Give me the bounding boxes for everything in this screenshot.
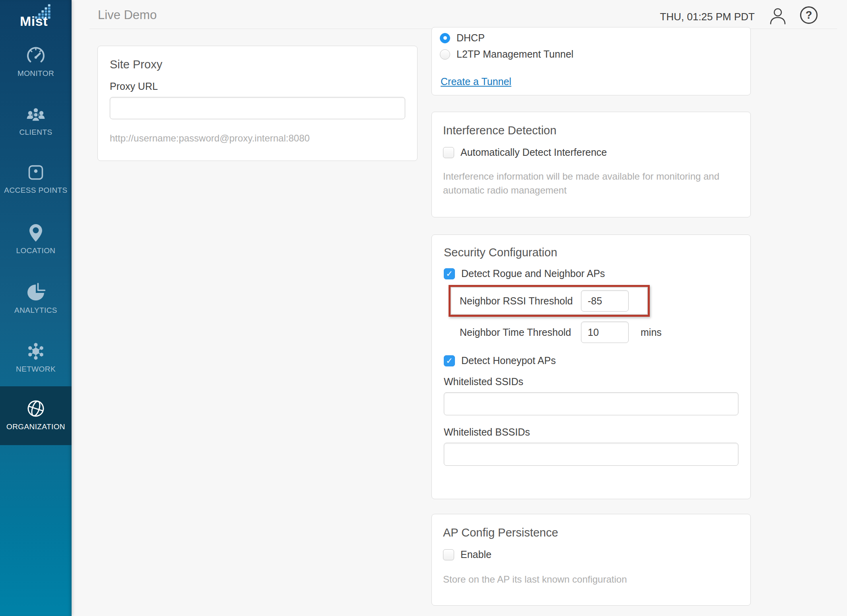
- time-threshold-unit: mins: [641, 327, 662, 338]
- whitelisted-ssids-input[interactable]: [444, 392, 738, 415]
- user-account-button[interactable]: [769, 7, 787, 25]
- l2tp-radio[interactable]: [440, 49, 450, 60]
- sidebar-item-label: NETWORK: [16, 365, 56, 374]
- detect-honeypot-row[interactable]: Detect Honeypot APs: [444, 355, 738, 366]
- proxy-url-input[interactable]: [110, 97, 405, 119]
- interference-helper: Interference information will be made av…: [443, 169, 739, 197]
- people-icon: [25, 104, 46, 125]
- auto-detect-interference-row[interactable]: Automatically Detect Interference: [443, 147, 739, 158]
- security-title: Security Configuration: [444, 246, 738, 259]
- sidebar-item-label: CLIENTS: [19, 128, 52, 137]
- sidebar-item-network[interactable]: NETWORK: [0, 341, 72, 374]
- whitelisted-ssids-label: Whitelisted SSIDs: [444, 376, 738, 387]
- management-tunnel-card: DHCP L2TP Management Tunnel Create a Tun…: [431, 27, 751, 95]
- site-proxy-card: Site Proxy Proxy URL http://username:pas…: [97, 46, 418, 161]
- sidebar-item-location[interactable]: LOCATION: [0, 223, 72, 255]
- sidebar-item-label: LOCATION: [16, 246, 56, 255]
- ap-config-persistence-card: AP Config Persistence Enable Store on th…: [431, 514, 751, 606]
- detect-rogue-checkbox[interactable]: [444, 268, 455, 279]
- ap-config-enable-row[interactable]: Enable: [443, 549, 739, 560]
- header-clock: THU, 01:25 PM PDT: [660, 11, 755, 23]
- sidebar-item-access-points[interactable]: ACCESS POINTS: [0, 162, 72, 195]
- ap-config-title: AP Config Persistence: [443, 526, 739, 539]
- dhcp-radio[interactable]: [440, 33, 450, 43]
- sidebar: Mist MONITOR: [0, 0, 72, 616]
- time-threshold-row: Neighbor Time Threshold mins: [460, 322, 738, 343]
- map-pin-icon: [25, 223, 46, 243]
- interference-title: Interference Detection: [443, 124, 739, 137]
- person-icon: [769, 7, 787, 25]
- proxy-url-helper: http://username:password@proxy.internal:…: [110, 131, 405, 145]
- interference-detection-card: Interference Detection Automatically Det…: [431, 112, 751, 217]
- ap-config-enable-checkbox[interactable]: [443, 549, 454, 560]
- dhcp-radio-label: DHCP: [457, 32, 485, 44]
- app-screen: Mist MONITOR: [0, 0, 847, 616]
- detect-honeypot-label: Detect Honeypot APs: [461, 355, 556, 366]
- access-point-icon: [25, 162, 46, 183]
- security-configuration-card: Security Configuration Detect Rogue and …: [431, 234, 751, 499]
- globe-icon: [25, 398, 46, 419]
- create-tunnel-link[interactable]: Create a Tunnel: [441, 76, 511, 87]
- time-threshold-input[interactable]: [581, 322, 629, 343]
- radio-row-l2tp[interactable]: L2TP Management Tunnel: [440, 46, 739, 62]
- whitelisted-bssids-input[interactable]: [444, 443, 738, 466]
- gauge-icon: [25, 45, 46, 66]
- ap-config-enable-label: Enable: [460, 549, 491, 560]
- sidebar-item-clients[interactable]: CLIENTS: [0, 104, 72, 137]
- sidebar-item-label: ORGANIZATION: [6, 422, 65, 431]
- sidebar-item-label: ANALYTICS: [14, 306, 57, 315]
- sidebar-item-monitor[interactable]: MONITOR: [0, 45, 72, 78]
- mist-logo[interactable]: Mist: [0, 2, 72, 31]
- ap-config-helper: Store on the AP its last known configura…: [443, 572, 739, 586]
- mist-logo-text: Mist: [20, 14, 48, 29]
- detect-honeypot-checkbox[interactable]: [444, 355, 455, 366]
- time-threshold-label: Neighbor Time Threshold: [460, 327, 581, 338]
- help-icon[interactable]: [800, 6, 818, 24]
- page-title: Live Demo: [98, 8, 157, 22]
- rssi-threshold-highlight-annotation: Neighbor RSSI Threshold: [449, 285, 650, 317]
- pie-chart-icon: [25, 282, 46, 303]
- l2tp-radio-label: L2TP Management Tunnel: [457, 48, 573, 60]
- whitelisted-bssids-label: Whitelisted BSSIDs: [444, 426, 738, 438]
- radio-row-dhcp[interactable]: DHCP: [440, 30, 739, 46]
- auto-detect-interference-label: Automatically Detect Interference: [460, 147, 607, 158]
- auto-detect-interference-checkbox[interactable]: [443, 147, 454, 158]
- sidebar-item-label: ACCESS POINTS: [4, 186, 67, 195]
- detect-rogue-label: Detect Rogue and Neighbor APs: [461, 268, 605, 279]
- sidebar-item-organization[interactable]: ORGANIZATION: [0, 386, 72, 445]
- sidebar-item-analytics[interactable]: ANALYTICS: [0, 282, 72, 315]
- site-proxy-title: Site Proxy: [110, 58, 405, 71]
- rssi-threshold-label: Neighbor RSSI Threshold: [460, 295, 581, 307]
- detect-rogue-row[interactable]: Detect Rogue and Neighbor APs: [444, 268, 738, 279]
- rssi-threshold-input[interactable]: [581, 290, 629, 312]
- proxy-url-label: Proxy URL: [110, 81, 405, 92]
- network-icon: [25, 341, 46, 362]
- sidebar-item-label: MONITOR: [17, 69, 54, 78]
